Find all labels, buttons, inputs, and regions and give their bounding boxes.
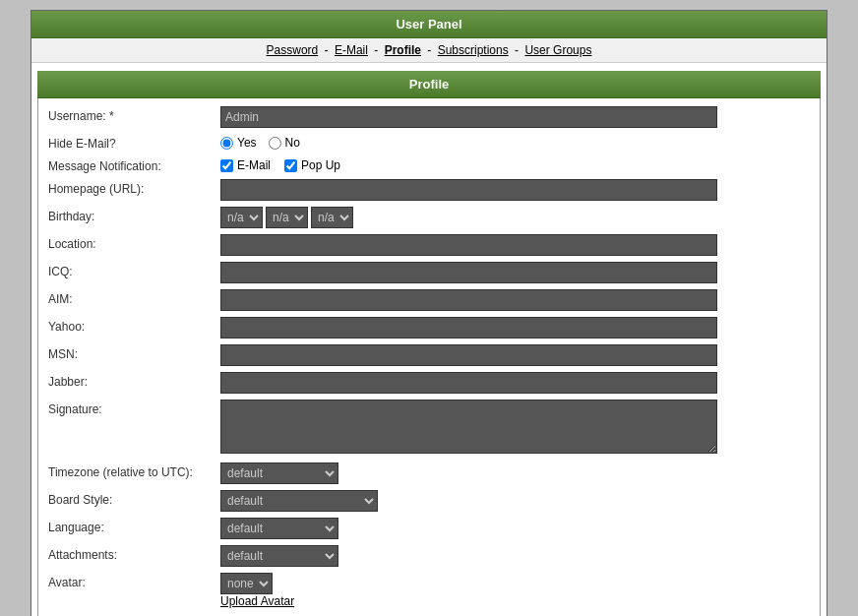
yahoo-row: Yahoo: bbox=[48, 317, 810, 339]
attachments-row: Attachments: default bbox=[48, 545, 810, 567]
location-label: Location: bbox=[48, 234, 220, 251]
notification-email-label: E-Mail bbox=[237, 158, 271, 172]
avatar-label: Avatar: bbox=[48, 573, 220, 589]
jabber-input[interactable] bbox=[220, 372, 717, 394]
attachments-label: Attachments: bbox=[48, 545, 220, 562]
timezone-select[interactable]: default -12-11-10-9 -8-7-6-5 -4-3-2-1 0+… bbox=[220, 462, 338, 484]
hide-email-label: Hide E-Mail? bbox=[48, 134, 220, 151]
language-label: Language: bbox=[48, 518, 220, 534]
icq-label: ICQ: bbox=[48, 262, 220, 278]
avatar-select[interactable]: none bbox=[220, 573, 273, 594]
notification-popup-label: Pop Up bbox=[301, 158, 340, 172]
username-row: Username: * bbox=[48, 106, 810, 128]
language-select[interactable]: default bbox=[220, 518, 338, 539]
msn-label: MSN: bbox=[48, 344, 220, 361]
nav-subscriptions[interactable]: Subscriptions bbox=[438, 43, 509, 57]
icq-input[interactable] bbox=[220, 262, 717, 283]
nav-bar: Password - E-Mail - Profile - Subscripti… bbox=[31, 38, 827, 63]
notification-label: Message Notification: bbox=[48, 156, 220, 173]
outer-panel: User Panel Password - E-Mail - Profile -… bbox=[31, 10, 827, 616]
aim-row: AIM: bbox=[48, 289, 810, 311]
username-input[interactable] bbox=[220, 106, 717, 128]
location-input[interactable] bbox=[220, 234, 717, 256]
nav-email[interactable]: E-Mail bbox=[335, 43, 368, 57]
notification-email-checkbox[interactable] bbox=[220, 159, 233, 172]
signature-row: Signature: bbox=[48, 400, 810, 457]
msn-input[interactable] bbox=[220, 344, 717, 366]
username-label: Username: * bbox=[48, 106, 220, 123]
profile-section-header: Profile bbox=[37, 71, 821, 98]
jabber-label: Jabber: bbox=[48, 372, 220, 389]
profile-form: Username: * Hide E-Mail? Yes No Message … bbox=[37, 98, 821, 616]
aim-input[interactable] bbox=[220, 289, 717, 311]
timezone-label: Timezone (relative to UTC): bbox=[48, 462, 220, 479]
birthday-row: Birthday: n/a 1234 5678 9101112 n/a 1234… bbox=[48, 207, 810, 228]
yahoo-input[interactable] bbox=[220, 317, 717, 339]
avatar-row: Avatar: none Upload Avatar bbox=[48, 573, 810, 608]
aim-label: AIM: bbox=[48, 289, 220, 306]
hide-email-yes-label: Yes bbox=[237, 136, 257, 150]
birthday-year-select[interactable]: n/a bbox=[311, 207, 353, 228]
hide-email-row: Hide E-Mail? Yes No bbox=[48, 134, 810, 151]
nav-profile[interactable]: Profile bbox=[385, 43, 421, 57]
nav-password[interactable]: Password bbox=[267, 43, 319, 57]
hide-email-no-radio[interactable] bbox=[269, 137, 281, 150]
board-style-select[interactable]: default bbox=[220, 490, 378, 512]
msn-row: MSN: bbox=[48, 344, 810, 366]
icq-row: ICQ: bbox=[48, 262, 810, 283]
birthday-label: Birthday: bbox=[48, 207, 220, 223]
upload-avatar-link[interactable]: Upload Avatar bbox=[220, 594, 294, 608]
notification-row: Message Notification: E-Mail Pop Up bbox=[48, 156, 810, 173]
yahoo-label: Yahoo: bbox=[48, 317, 220, 334]
birthday-month-select[interactable]: n/a 1234 5678 9101112 bbox=[220, 207, 263, 228]
hide-email-no-label: No bbox=[285, 136, 300, 150]
jabber-row: Jabber: bbox=[48, 372, 810, 394]
hide-email-yes-radio[interactable] bbox=[220, 137, 233, 150]
homepage-row: Homepage (URL): bbox=[48, 179, 810, 201]
nav-user-groups[interactable]: User Groups bbox=[524, 43, 591, 57]
language-row: Language: default bbox=[48, 518, 810, 539]
header-title: User Panel bbox=[396, 17, 461, 31]
homepage-label: Homepage (URL): bbox=[48, 179, 220, 196]
homepage-input[interactable] bbox=[220, 179, 717, 201]
profile-title: Profile bbox=[409, 77, 449, 92]
birthday-day-select[interactable]: n/a 12345 678910 1112131415 1617181920 2… bbox=[266, 207, 308, 228]
timezone-row: Timezone (relative to UTC): default -12-… bbox=[48, 462, 810, 484]
location-row: Location: bbox=[48, 234, 810, 256]
signature-textarea[interactable] bbox=[220, 400, 717, 454]
board-style-row: Board Style: default bbox=[48, 490, 810, 512]
user-panel-header: User Panel bbox=[31, 11, 827, 38]
board-style-label: Board Style: bbox=[48, 490, 220, 507]
signature-label: Signature: bbox=[48, 400, 220, 416]
notification-popup-checkbox[interactable] bbox=[284, 159, 297, 172]
attachments-select[interactable]: default bbox=[220, 545, 338, 567]
